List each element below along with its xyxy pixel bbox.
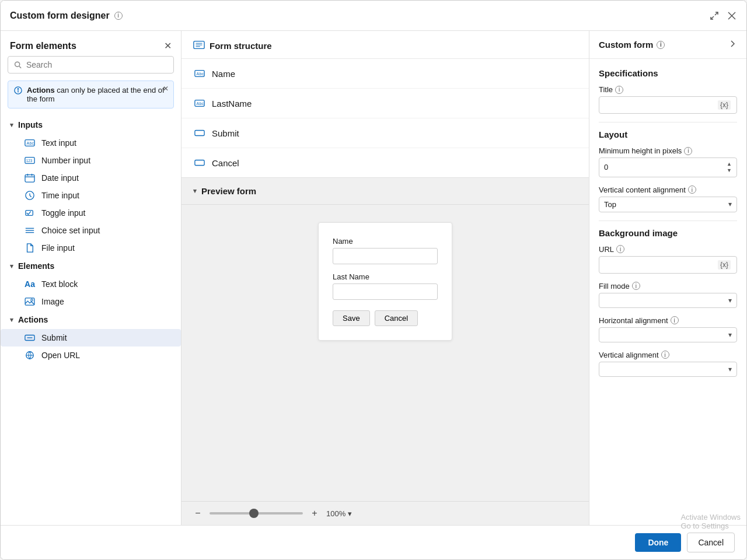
toggle-input-icon (24, 208, 36, 218)
lastname-row-icon: Abc (193, 97, 206, 110)
info-banner-icon (14, 86, 22, 96)
section-inputs[interactable]: ▾ Inputs (1, 116, 181, 134)
list-item-date-input[interactable]: Date input (1, 169, 181, 187)
vertical-alignment-select[interactable]: Top ▾ (599, 197, 737, 212)
form-row-lastname[interactable]: Abc LastName (181, 89, 589, 118)
title-info-icon[interactable]: i (615, 86, 623, 94)
zoom-in-btn[interactable]: + (308, 506, 322, 520)
open-url-label: Open URL (41, 351, 80, 360)
spinner-down-btn[interactable]: ▼ (727, 167, 732, 174)
svg-text:Abc: Abc (27, 141, 34, 146)
min-height-value: 0 (604, 163, 608, 172)
done-button[interactable]: Done (635, 533, 681, 552)
right-panel-content: Specifications Title i {x} Layout Minimu… (589, 59, 746, 525)
list-item-number-input[interactable]: 123 Number input (1, 152, 181, 169)
search-box[interactable] (8, 56, 174, 74)
spec-section-title: Specifications (599, 68, 737, 78)
horizontal-alignment-select[interactable]: ▾ (599, 327, 737, 342)
list-item-image[interactable]: Image (1, 293, 181, 310)
svg-point-8 (18, 89, 18, 89)
min-height-spinner[interactable]: 0 ▲ ▼ (599, 158, 737, 177)
preview-name-label: Name (333, 237, 438, 246)
left-panel-close-icon[interactable]: ✕ (164, 40, 172, 51)
zoom-chevron-icon[interactable]: ▾ (348, 509, 352, 518)
window-title: Custom form designer (10, 10, 110, 21)
list-item-choice-set[interactable]: Choice set input (1, 222, 181, 239)
name-row-label: Name (212, 69, 235, 79)
title-info-icon[interactable]: i (114, 12, 123, 20)
fill-mode-select[interactable]: ▾ (599, 293, 737, 308)
right-panel-header: Custom form i (589, 31, 746, 59)
horiz-align-info-icon[interactable]: i (671, 316, 679, 324)
date-input-icon (24, 173, 36, 183)
close-icon[interactable] (727, 10, 737, 21)
right-panel: Custom form i Specifications Title i {x} (589, 31, 746, 525)
list-item-open-url[interactable]: Open URL (1, 346, 181, 364)
list-item-submit[interactable]: Submit (1, 329, 181, 346)
preview-header[interactable]: ▾ Preview form (181, 178, 589, 205)
zoom-slider[interactable] (210, 512, 303, 514)
vert-bg-align-info-icon[interactable]: i (661, 351, 669, 359)
choice-set-icon (24, 226, 36, 235)
bottom-bar: Done Cancel (1, 525, 746, 559)
fill-mode-info-icon[interactable]: i (632, 282, 640, 290)
list-item-time-input[interactable]: Time input (1, 187, 181, 204)
actions-chevron-icon: ▾ (10, 316, 13, 324)
title-field-label: Title i (599, 85, 737, 94)
vert-align-info-icon[interactable]: i (688, 186, 696, 194)
vertical-bg-alignment-select[interactable]: ▾ (599, 362, 737, 377)
preview-cancel-btn[interactable]: Cancel (375, 310, 418, 326)
preview-card: Name Last Name Save Cancel (318, 222, 452, 341)
zoom-out-btn[interactable]: − (191, 506, 205, 520)
preview-name-input[interactable] (333, 248, 438, 264)
submit-icon (24, 333, 36, 342)
list-item-toggle-input[interactable]: Toggle input (1, 204, 181, 222)
url-expr-btn[interactable]: {x} (718, 260, 731, 270)
title-expr-btn[interactable]: {x} (718, 100, 731, 110)
title-field-input[interactable]: {x} (599, 96, 737, 114)
fill-mode-label: Fill mode i (599, 282, 737, 290)
right-panel-expand-icon[interactable] (728, 39, 737, 50)
search-input[interactable] (26, 60, 167, 69)
list-item-text-input[interactable]: Abc Text input (1, 134, 181, 152)
section-actions[interactable]: ▾ Actions (1, 310, 181, 329)
layout-section-title: Layout (599, 130, 737, 139)
spinner-arrows: ▲ ▼ (727, 161, 732, 174)
list-item-text-block[interactable]: Aa Text block (1, 275, 181, 293)
actions-label: Actions (18, 315, 48, 324)
form-row-submit[interactable]: Submit (181, 118, 589, 148)
search-icon (14, 61, 22, 69)
info-banner-close-icon[interactable]: ✕ (163, 85, 169, 93)
cancel-bottom-button[interactable]: Cancel (687, 533, 735, 552)
preview-save-btn[interactable]: Save (333, 310, 370, 326)
form-row-cancel[interactable]: Cancel (181, 148, 589, 177)
inputs-chevron-icon: ▾ (10, 121, 13, 129)
form-structure-icon (193, 40, 205, 51)
spinner-up-btn[interactable]: ▲ (727, 161, 732, 167)
preview-area: ▾ Preview form Name Last Name Save Cance… (181, 178, 589, 525)
right-panel-title: Custom form i (599, 40, 665, 50)
vert-bg-align-chevron-icon: ▾ (728, 365, 732, 373)
choice-set-label: Choice set input (41, 226, 100, 235)
preview-lastname-input[interactable] (333, 284, 438, 300)
min-height-info-icon[interactable]: i (684, 147, 692, 155)
section-elements[interactable]: ▾ Elements (1, 257, 181, 275)
form-structure-label: Form structure (210, 41, 272, 51)
open-url-icon (24, 351, 36, 360)
list-item-file-input[interactable]: File input (1, 239, 181, 257)
left-panel-title: Form elements (10, 41, 76, 51)
expand-icon[interactable] (709, 10, 720, 21)
url-input[interactable] (605, 260, 718, 269)
url-info-icon[interactable]: i (616, 245, 624, 253)
right-panel-info-icon[interactable]: i (657, 41, 665, 49)
form-row-name[interactable]: Abc Name (181, 59, 589, 89)
horizontal-alignment-label: Horizontal alignment i (599, 316, 737, 325)
svg-line-19 (30, 195, 32, 197)
time-input-icon (24, 191, 36, 200)
bg-section-title: Background image (599, 228, 737, 238)
preview-chevron-icon: ▾ (193, 187, 197, 195)
url-field-input[interactable]: {x} (599, 256, 737, 274)
title-input[interactable] (605, 101, 718, 110)
form-structure-area: Form structure Abc Name Abc LastName (181, 31, 589, 178)
horiz-align-chevron-icon: ▾ (728, 331, 732, 339)
